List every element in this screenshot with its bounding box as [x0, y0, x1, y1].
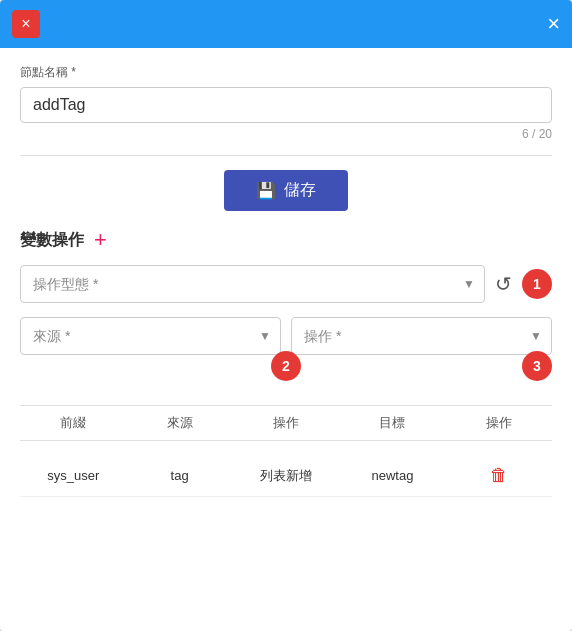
table-header: 前綴 來源 操作 目標 操作 [20, 405, 552, 441]
content-area: 節點名稱 * 6 / 20 💾 儲存 變數操作 + 操作型態 * ▼ [0, 48, 572, 631]
cell-action: 🗑 [446, 465, 552, 486]
table-row: sys_user tag 列表新增 newtag 🗑 [20, 455, 552, 497]
x-icon: × [21, 15, 30, 33]
cell-op: 列表新增 [233, 467, 339, 485]
source-op-container: 來源 * ▼ 操作 * ▼ 2 3 [20, 317, 552, 363]
source-op-row: 來源 * ▼ 操作 * ▼ [20, 317, 552, 355]
badge-2: 2 [271, 351, 301, 381]
op-select-wrapper: 操作 * ▼ [291, 317, 552, 355]
col-header-prefix: 前綴 [20, 414, 126, 432]
cell-prefix: sys_user [20, 468, 126, 483]
save-button[interactable]: 💾 儲存 [224, 170, 348, 211]
badge-1: 1 [522, 269, 552, 299]
variable-section-header: 變數操作 + [20, 229, 552, 251]
node-name-field-group: 節點名稱 * 6 / 20 [20, 64, 552, 141]
add-variable-button[interactable]: + [94, 229, 107, 251]
node-name-input[interactable] [20, 87, 552, 123]
op-select[interactable]: 操作 * [291, 317, 552, 355]
source-select[interactable]: 來源 * [20, 317, 281, 355]
cell-target: newtag [339, 468, 445, 483]
source-select-wrapper: 來源 * ▼ [20, 317, 281, 355]
char-count: 6 / 20 [20, 127, 552, 141]
col-header-action: 操作 [446, 414, 552, 432]
dialog: × × 節點名稱 * 6 / 20 💾 儲存 變數操作 + [0, 0, 572, 631]
divider-1 [20, 155, 552, 156]
save-icon: 💾 [256, 181, 276, 200]
delete-row-button[interactable]: 🗑 [482, 465, 516, 486]
close-button[interactable]: × [547, 13, 560, 35]
col-header-source: 來源 [126, 414, 232, 432]
save-label: 儲存 [284, 180, 316, 201]
refresh-icon[interactable]: ↺ [495, 272, 512, 296]
col-header-target: 目標 [339, 414, 445, 432]
save-btn-row: 💾 儲存 [20, 170, 552, 211]
operation-type-select-wrapper: 操作型態 * ▼ [20, 265, 485, 303]
badge-3: 3 [522, 351, 552, 381]
cell-source: tag [126, 468, 232, 483]
variable-section-title: 變數操作 [20, 230, 84, 251]
operation-type-select[interactable]: 操作型態 * [20, 265, 485, 303]
node-name-label: 節點名稱 * [20, 64, 552, 81]
title-icon: × [12, 10, 40, 38]
col-header-op: 操作 [233, 414, 339, 432]
operation-type-row: 操作型態 * ▼ ↺ 1 [20, 265, 552, 303]
title-bar: × × [0, 0, 572, 48]
